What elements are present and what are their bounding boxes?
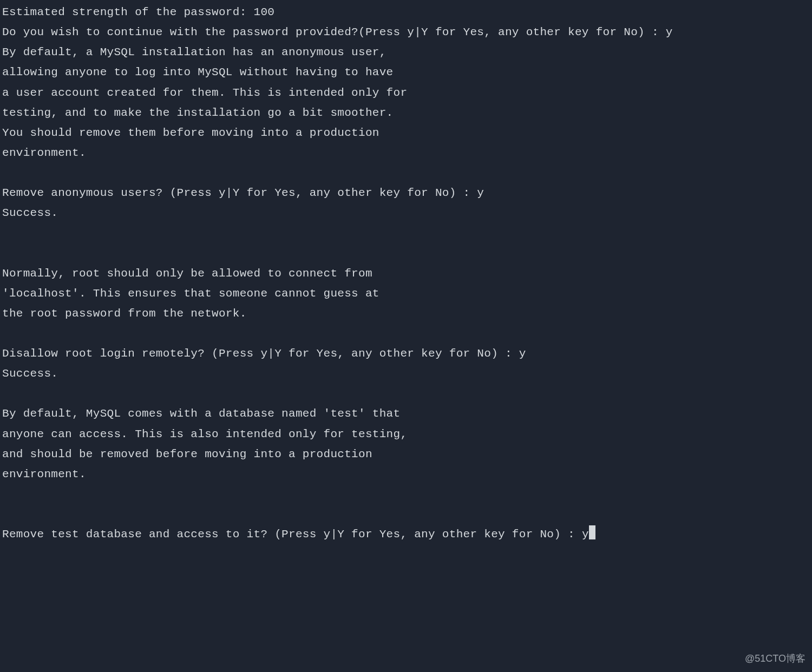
terminal-line	[2, 324, 812, 344]
terminal-line: Success.	[2, 203, 812, 223]
terminal-line: allowing anyone to log into MySQL withou…	[2, 62, 812, 82]
terminal-line: anyone can access. This is also intended…	[2, 424, 812, 444]
terminal-input[interactable]: y	[582, 528, 589, 541]
terminal-line: By default, a MySQL installation has an …	[2, 42, 812, 62]
terminal-line: environment.	[2, 464, 812, 484]
terminal-line: Normally, root should only be allowed to…	[2, 263, 812, 284]
terminal-line: 'localhost'. This ensures that someone c…	[2, 284, 812, 304]
terminal-output: Estimated strength of the password: 100 …	[2, 2, 812, 544]
terminal-line: environment.	[2, 143, 812, 163]
terminal-prompt-line[interactable]: Remove test database and access to it? (…	[2, 524, 812, 544]
terminal-line	[2, 504, 812, 524]
cursor-icon	[589, 525, 595, 539]
watermark: @51CTO博客	[745, 650, 806, 668]
terminal-line: Estimated strength of the password: 100	[2, 2, 812, 22]
terminal-line: the root password from the network.	[2, 304, 812, 324]
terminal-line: Disallow root login remotely? (Press y|Y…	[2, 344, 812, 364]
terminal-line: You should remove them before moving int…	[2, 123, 812, 143]
terminal-line: testing, and to make the installation go…	[2, 103, 812, 123]
terminal-line: a user account created for them. This is…	[2, 83, 812, 103]
terminal-line: Success.	[2, 364, 812, 384]
terminal-line	[2, 243, 812, 263]
terminal-line	[2, 163, 812, 183]
terminal-line: By default, MySQL comes with a database …	[2, 404, 812, 424]
terminal-prompt: Remove test database and access to it? (…	[2, 528, 582, 541]
terminal-line: Remove anonymous users? (Press y|Y for Y…	[2, 183, 812, 203]
terminal-line: and should be removed before moving into…	[2, 444, 812, 464]
terminal-line: Do you wish to continue with the passwor…	[2, 22, 812, 42]
terminal-line	[2, 223, 812, 243]
terminal-line	[2, 384, 812, 404]
terminal-line	[2, 484, 812, 504]
